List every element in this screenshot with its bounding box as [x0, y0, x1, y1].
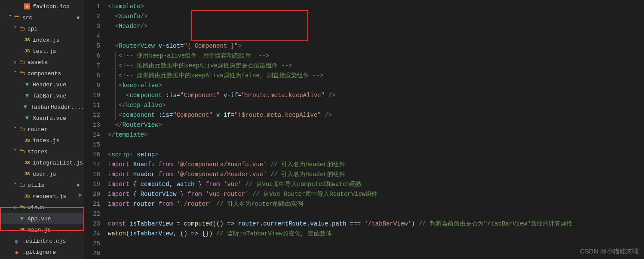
tree-item-utils[interactable]: ˅🗀utils● — [0, 180, 84, 191]
chevron-icon: ˅ — [12, 148, 18, 155]
line-number: 24 — [84, 229, 108, 239]
line-number: 4 — [84, 31, 108, 41]
line-number: 8 — [84, 71, 108, 81]
code-line-24[interactable]: watch(isTabbarView, () => {}) // 监听isTab… — [108, 229, 644, 239]
file-explorer[interactable]: ★favicon.ico˅🗀src●˅🗀apiJSindex.jsJStest.… — [0, 0, 84, 259]
code-line-17[interactable]: import Xuanfu from '@/components/Xuanfu.… — [108, 160, 644, 170]
code-line-9[interactable]: <keep-alive> — [108, 81, 644, 91]
code-line-3[interactable]: <Header/> — [108, 21, 644, 31]
code-content[interactable]: <template> <Xuanfu/> <Header/> <RouterVi… — [108, 0, 644, 259]
line-number: 11 — [84, 101, 108, 110]
line-number: 15 — [84, 140, 108, 150]
code-line-25[interactable] — [108, 239, 644, 249]
tree-item-router[interactable]: ˅🗀router — [0, 124, 84, 135]
line-number: 23 — [84, 219, 108, 229]
code-line-4[interactable] — [108, 31, 644, 41]
line-number: 21 — [84, 199, 108, 209]
js-icon: JS — [23, 138, 31, 143]
line-number: 18 — [84, 170, 108, 180]
tree-item-index-js[interactable]: JSindex.js — [0, 135, 84, 146]
vue-icon: ▼ — [23, 92, 31, 99]
chevron-icon: ˅ — [12, 126, 18, 133]
file-label: TabbarHeader.... — [31, 104, 84, 110]
js-icon: JS — [23, 160, 31, 165]
tree-item-header-vue[interactable]: ▼Header.vue — [0, 79, 84, 90]
folder-icon: 🗀 — [18, 148, 26, 155]
tree-item-favicon-ico[interactable]: ★favicon.ico — [0, 1, 84, 12]
tree-item-request-js[interactable]: JSrequest.jsM — [0, 191, 84, 202]
file-label: index.js — [33, 37, 84, 43]
file-label: .eslintrc.cjs — [22, 238, 84, 244]
watermark: CSDN @小猫娃来啦 — [580, 247, 639, 256]
folder-icon: 🗀 — [18, 126, 26, 133]
code-line-15[interactable] — [108, 140, 644, 150]
code-line-14[interactable]: </template> — [108, 130, 644, 140]
vue-icon: ▼ — [23, 81, 31, 88]
code-line-8[interactable]: <!-- 如果路由元数据中的keepAlive属性为false, 则直接渲染组件… — [108, 71, 644, 81]
line-number: 20 — [84, 189, 108, 199]
tree-item-src[interactable]: ˅🗀src● — [0, 12, 84, 23]
tree-item--eslintrc-cjs[interactable]: ◐.eslintrc.cjs — [0, 235, 84, 247]
code-line-13[interactable]: </RouterView> — [108, 120, 644, 130]
code-line-18[interactable]: import Header from '@/components/Header.… — [108, 170, 644, 180]
vue-icon: ▼ — [18, 215, 26, 222]
tree-item-main-js[interactable]: JSmain.js — [0, 224, 84, 235]
folder-icon: 🗀 — [18, 70, 26, 77]
tree-item-components[interactable]: ˅🗀components — [0, 68, 84, 79]
tree-item-index-js[interactable]: JSindex.js — [0, 34, 84, 46]
tree-item--gitignore[interactable]: ◆.gitignore — [0, 247, 84, 258]
code-line-19[interactable]: import { computed, watch } from 'vue' //… — [108, 180, 644, 189]
code-editor[interactable]: 1234567891011121314151617181920212223242… — [84, 0, 644, 259]
tree-item-assets[interactable]: ›🗀assets — [0, 57, 84, 68]
file-label: integralList.js — [33, 160, 84, 166]
folder-icon: 🗀 — [18, 59, 26, 66]
code-line-6[interactable]: <!-- 使用keep-alive组件，用于缓存动态组件 --> — [108, 51, 644, 61]
line-number: 16 — [84, 150, 108, 160]
tree-item-app-vue[interactable]: ▼App.vue — [0, 213, 84, 224]
line-number: 17 — [84, 160, 108, 170]
tree-item-xuanfu-vue[interactable]: ▼Xuanfu.vue — [0, 113, 84, 124]
code-line-11[interactable]: </keep-alive> — [108, 101, 644, 110]
line-number: 10 — [84, 91, 108, 101]
file-label: views — [28, 204, 84, 211]
chevron-icon: ˅ — [12, 70, 18, 77]
tree-item-tabbarheader-[interactable]: ▼TabbarHeader.... — [0, 101, 84, 113]
code-line-20[interactable]: import { RouterView } from 'vue-router' … — [108, 189, 644, 199]
js-icon: JS — [23, 194, 31, 199]
line-number: 1 — [84, 2, 108, 12]
code-line-16[interactable]: <script setup> — [108, 150, 644, 160]
folder-icon: 🗀 — [18, 204, 26, 211]
chevron-icon: › — [12, 204, 18, 211]
tree-item-test-js[interactable]: JStest.js — [0, 46, 84, 57]
tree-item-user-js[interactable]: JSuser.js — [0, 168, 84, 180]
line-gutter: 1234567891011121314151617181920212223242… — [84, 0, 108, 259]
file-label: user.js — [33, 171, 84, 177]
js-icon: JS — [23, 171, 31, 177]
code-line-1[interactable]: <template> — [108, 2, 644, 12]
line-number: 7 — [84, 61, 108, 71]
chevron-icon: ˅ — [7, 14, 13, 21]
code-line-23[interactable]: const isTabbarView = computed(() => rout… — [108, 219, 644, 229]
code-line-21[interactable]: import router from './router' // 引入名为rou… — [108, 199, 644, 209]
vue-icon: ▼ — [23, 115, 31, 122]
tree-item-views[interactable]: ›🗀views — [0, 202, 84, 213]
code-line-7[interactable]: <!-- 据路由元数据中的keepAlive属性决定是否渲染组件 --> — [108, 61, 644, 71]
file-label: assets — [28, 59, 84, 66]
code-line-26[interactable] — [108, 249, 644, 259]
file-label: src — [22, 15, 77, 21]
file-label: request.js — [33, 193, 79, 200]
line-number: 19 — [84, 180, 108, 189]
file-label: utils — [28, 182, 77, 189]
line-number: 13 — [84, 120, 108, 130]
js-icon: JS — [23, 37, 31, 43]
code-line-12[interactable]: <component :is="Component" v-if="!$route… — [108, 110, 644, 120]
code-line-5[interactable]: <RouterView v-slot="{ Component }"> — [108, 41, 644, 51]
code-line-10[interactable]: <component :is="Component" v-if="$route.… — [108, 91, 644, 101]
code-line-2[interactable]: <Xuanfu/> — [108, 12, 644, 21]
code-line-22[interactable] — [108, 209, 644, 219]
tree-item-stores[interactable]: ˅🗀stores — [0, 146, 84, 157]
tree-item-tabbar-vue[interactable]: ▼TabBar.vue — [0, 90, 84, 101]
line-number: 2 — [84, 12, 108, 21]
tree-item-api[interactable]: ˅🗀api — [0, 23, 84, 34]
tree-item-integrallist-js[interactable]: JSintegralList.js — [0, 157, 84, 168]
